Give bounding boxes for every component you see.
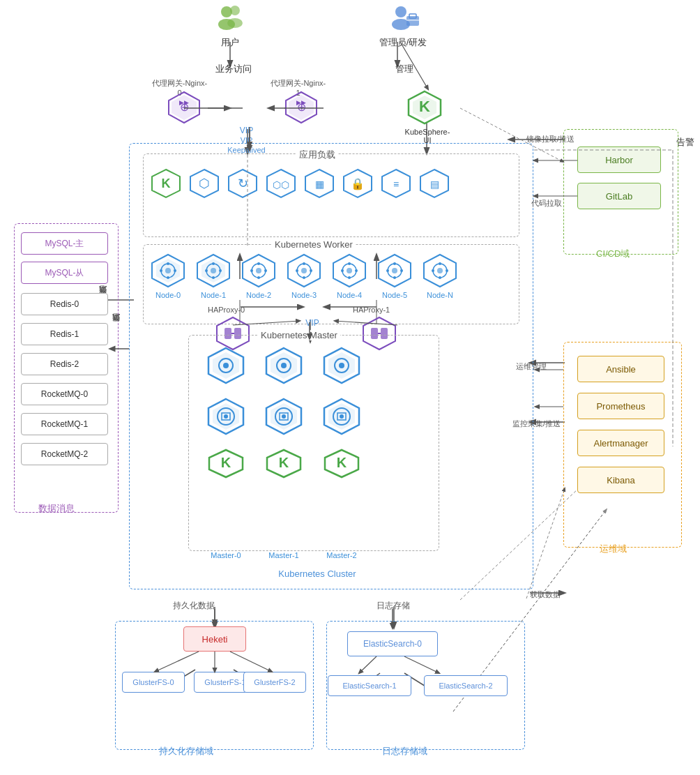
ansible-box: Ansible (577, 356, 664, 382)
redis-2-box: Redis-2 (21, 353, 108, 375)
svg-point-105 (386, 269, 389, 272)
svg-text:≡: ≡ (393, 179, 399, 190)
node-5-label: Node-5 (376, 291, 413, 299)
node-n-icon (422, 253, 458, 292)
master-1-api-icon (264, 345, 304, 389)
elasticsearch-1-box: ElasticSearch-1 (328, 675, 411, 696)
svg-point-84 (250, 269, 253, 272)
data-message-connection-label: 数据消息 (110, 286, 122, 328)
svg-point-97 (348, 276, 351, 279)
svg-point-98 (341, 269, 344, 272)
svg-point-29 (230, 6, 240, 15)
rocketmq-1-box: RocketMQ-1 (21, 413, 108, 435)
svg-point-75 (212, 262, 215, 265)
master-0-label: Master-0 (206, 551, 246, 559)
rocketmq-0-box: RocketMQ-0 (21, 383, 108, 405)
admin-area: 管理员/研发 (375, 3, 431, 49)
svg-point-106 (400, 269, 403, 272)
app-icon-more: ▤ (418, 167, 450, 202)
svg-point-113 (446, 269, 448, 272)
svg-text:↻: ↻ (238, 176, 248, 190)
kubesphere-ui-icon: K (406, 89, 443, 128)
redis-1-box: Redis-1 (21, 323, 108, 345)
svg-point-95 (347, 268, 352, 273)
monitor-collect-label: 监控采集/推送 (512, 419, 561, 429)
svg-point-82 (257, 262, 260, 265)
master-0-etcd-icon (206, 396, 246, 439)
persistent-data-label: 持久化数据 (173, 600, 215, 612)
svg-point-90 (303, 276, 305, 279)
svg-text:▦: ▦ (315, 179, 324, 190)
app-workload-label: 应用负载 (296, 149, 338, 161)
haproxy-1-label: HAProxy-1 (353, 306, 390, 314)
k8s-worker-label: Kubernetes Worker (272, 239, 356, 250)
svg-point-129 (281, 363, 287, 368)
master-2-api-icon (321, 345, 362, 389)
svg-point-76 (212, 276, 215, 279)
rocketmq-2-box: RocketMQ-2 (21, 443, 108, 465)
log-storage-domain-label: 日志存储域 (382, 745, 427, 758)
svg-point-30 (227, 18, 243, 28)
user-label: 用户 (206, 36, 254, 49)
node-3-label: Node-3 (286, 291, 322, 299)
svg-point-103 (393, 262, 396, 265)
get-data-label: 获取数据 (530, 589, 561, 600)
data-msg-label: 数据消息 (38, 502, 75, 515)
svg-point-83 (257, 276, 260, 279)
glusterfs-0-box: GlusterFS-0 (122, 672, 185, 693)
svg-point-141 (282, 414, 286, 419)
k8s-cluster-label: Kubernetes Cluster (265, 569, 370, 579)
master-1-label: Master-1 (264, 551, 304, 559)
harbor-box: Harbor (577, 146, 661, 173)
svg-rect-33 (406, 16, 419, 26)
ops-manage-label: 运维管理 (516, 361, 547, 372)
svg-point-69 (160, 269, 162, 272)
svg-point-68 (167, 276, 169, 279)
svg-point-137 (224, 414, 228, 419)
svg-text:⬡: ⬡ (199, 176, 210, 190)
svg-point-81 (256, 268, 261, 273)
node-0-label: Node-0 (150, 291, 186, 299)
svg-text:🔒: 🔒 (351, 177, 365, 190)
business-access-label: 业务访问 (209, 63, 258, 75)
svg-point-67 (167, 262, 169, 265)
master-0-ks-icon: K (206, 448, 246, 482)
svg-text:▶▶: ▶▶ (179, 99, 189, 106)
svg-point-110 (439, 262, 441, 265)
node-2-label: Node-2 (241, 291, 277, 299)
architecture-diagram: 用户 业务访问 管理员/研发 管理 代理网关-Nginx-0 ⊕ ▶▶ 代理网关… (0, 0, 700, 775)
proxy-nginx-0-icon: ⊕ ▶▶ (166, 89, 202, 128)
image-pull-push-label: 镜像拉取/推送 (526, 134, 575, 144)
svg-text:K: K (162, 176, 171, 190)
kubesphere-ui-label: KubeSphere-UI (403, 128, 452, 144)
master-1-ks-icon: K (264, 448, 304, 482)
svg-point-77 (205, 269, 208, 272)
app-icon-cube: ⬡ (188, 167, 220, 202)
app-icon-kubesphere: K (150, 167, 182, 202)
svg-text:▤: ▤ (430, 179, 439, 190)
node-4-icon (331, 253, 367, 292)
svg-point-78 (219, 269, 222, 272)
kibana-box: Kibana (577, 467, 664, 493)
svg-point-96 (348, 262, 351, 265)
master-2-ks-icon: K (321, 448, 362, 482)
heketi-box: Heketi (183, 626, 246, 652)
node-2-icon (241, 253, 277, 292)
vip-label: VIP (298, 318, 326, 328)
ops-domain-label: 运维域 (600, 543, 627, 555)
svg-text:K: K (279, 455, 289, 470)
svg-text:K: K (221, 455, 231, 470)
master-2-label: Master-2 (321, 551, 362, 559)
svg-point-74 (211, 268, 216, 273)
svg-text:K: K (419, 98, 430, 115)
prometheus-box: Prometheus (577, 393, 664, 419)
svg-point-66 (165, 268, 171, 273)
app-icon-list: ≡ (380, 167, 412, 202)
log-storage-label: 日志存储 (376, 600, 410, 612)
manage-label: 管理 (383, 63, 425, 75)
app-icon-security: 🔒 (342, 167, 374, 202)
master-1-etcd-icon (264, 396, 304, 439)
svg-text:K: K (337, 455, 347, 470)
mysql-slave-box: MySQL-从 (21, 262, 108, 284)
node-4-label: Node-4 (331, 291, 367, 299)
